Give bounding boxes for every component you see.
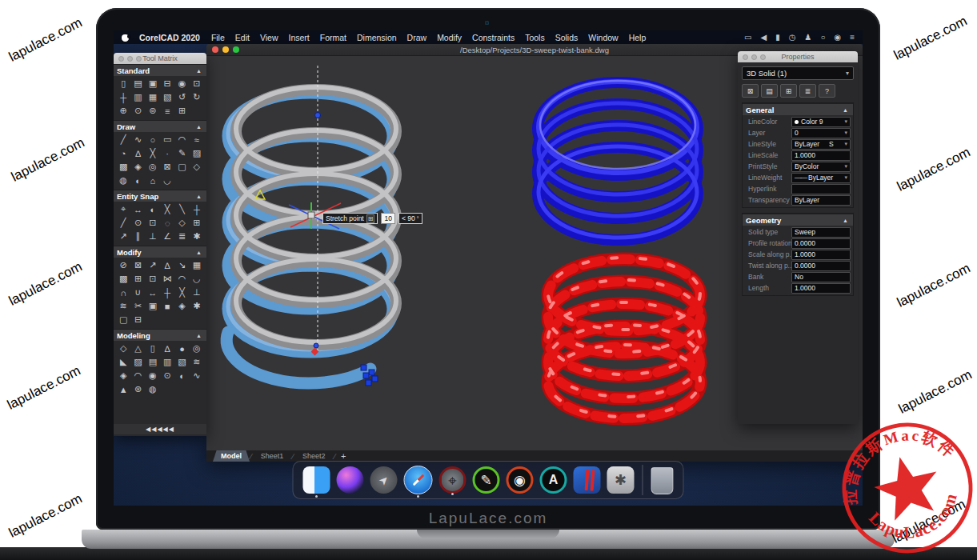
- collapse-icon[interactable]: ▲: [196, 250, 202, 255]
- split-icon[interactable]: ┼: [160, 286, 174, 299]
- snap-perpendicular-icon[interactable]: ⊥: [146, 230, 160, 243]
- line-icon[interactable]: ╱: [116, 133, 130, 146]
- dock-corelcad-icon[interactable]: ⌖: [439, 466, 466, 494]
- open-drawing-icon[interactable]: ▤: [130, 77, 145, 90]
- app-menu-title[interactable]: CorelCAD 2020: [139, 33, 200, 42]
- collapse-icon[interactable]: ▲: [196, 194, 202, 199]
- battery-icon[interactable]: ▮: [775, 33, 780, 42]
- pyramid-icon[interactable]: ∆: [160, 342, 174, 355]
- snap-nearest-icon[interactable]: ╲: [174, 202, 189, 216]
- union-icon[interactable]: ◈: [116, 369, 130, 382]
- quick-select-icon[interactable]: ≣: [799, 84, 816, 98]
- prop-value-twist-along-p-[interactable]: 0.0000: [791, 261, 851, 271]
- mirror-icon[interactable]: ⋈: [160, 272, 174, 286]
- gradient-fill-icon[interactable]: ◈: [130, 160, 145, 174]
- region-icon[interactable]: ⊠: [160, 160, 174, 174]
- prop-value-transparency[interactable]: ByLayer: [791, 195, 851, 206]
- section-header-entity-snap[interactable]: Entity Snap▲: [114, 190, 206, 202]
- prop-value-layer[interactable]: 0▾: [791, 128, 851, 138]
- tool-matrix-titlebar[interactable]: Tool Matrix: [114, 53, 206, 64]
- zoom-window-icon[interactable]: ⊞: [174, 104, 189, 118]
- dock-launchpad-icon[interactable]: ➤: [370, 466, 398, 494]
- menu-file[interactable]: File: [211, 33, 225, 42]
- section-header-modify[interactable]: Modify▲: [114, 246, 206, 258]
- wedge-icon[interactable]: ◣: [116, 355, 130, 369]
- notification-center-icon[interactable]: ≡: [850, 33, 855, 42]
- snap-ordinate-icon[interactable]: ≣: [174, 230, 189, 243]
- tool-list-icon[interactable]: ≡: [160, 104, 174, 118]
- redo-icon[interactable]: ↻: [190, 90, 204, 104]
- siri-icon[interactable]: ◉: [834, 33, 841, 42]
- dynamic-input-angle-field[interactable]: < 90 °: [398, 213, 422, 224]
- edit-gradient-icon[interactable]: ◈: [174, 299, 189, 313]
- dock-parallels-icon[interactable]: [574, 466, 601, 494]
- align-icon[interactable]: ⊥: [190, 286, 204, 299]
- semicircle-icon[interactable]: ◐: [130, 174, 145, 187]
- prop-section-header-geometry[interactable]: Geometry▲: [743, 214, 853, 226]
- circle-icon[interactable]: ○: [146, 133, 160, 146]
- menu-format[interactable]: Format: [320, 33, 346, 42]
- dock-finder-icon[interactable]: [303, 466, 330, 494]
- dock-font-manager-icon[interactable]: A: [540, 466, 567, 494]
- prop-value-printstyle[interactable]: ByColor▾: [791, 162, 851, 172]
- arc-icon[interactable]: ◠: [174, 133, 189, 146]
- snap-geometric-center-icon[interactable]: ◇: [174, 216, 189, 230]
- properties-titlebar[interactable]: Properties: [738, 51, 858, 62]
- snap-parallel-icon[interactable]: ∥: [130, 230, 145, 243]
- prop-value-linescale[interactable]: 1.0000: [791, 150, 851, 161]
- revolve-icon[interactable]: ▤: [146, 355, 160, 369]
- menu-tools[interactable]: Tools: [525, 33, 545, 42]
- select-add-icon[interactable]: ▤: [761, 84, 778, 98]
- section-header-modeling[interactable]: Modeling▲: [114, 329, 206, 341]
- mirror-3d-icon[interactable]: ▲: [116, 382, 130, 396]
- apple-menu-icon[interactable]: [122, 33, 130, 42]
- help-icon[interactable]: ?: [819, 84, 835, 98]
- infinite-line-icon[interactable]: ╳: [146, 146, 160, 160]
- paste-special-icon[interactable]: ▧: [160, 90, 174, 104]
- collapse-icon[interactable]: ▲: [196, 68, 202, 74]
- collapse-icon[interactable]: ▲: [843, 107, 848, 113]
- edit-solid-icon[interactable]: ■: [160, 299, 174, 313]
- chamfer-icon[interactable]: ◡: [190, 272, 204, 286]
- volume-icon[interactable]: ◀: [760, 33, 767, 42]
- select-matching-icon[interactable]: ⊠: [742, 84, 759, 98]
- extend-icon[interactable]: ∪: [130, 286, 145, 299]
- collapse-icon[interactable]: ▲: [196, 124, 202, 130]
- snap-intersection-icon[interactable]: ╳: [160, 202, 174, 216]
- property-painter-icon[interactable]: ⊘: [116, 258, 130, 272]
- prop-value-scale-along-p-[interactable]: 1.0000: [791, 250, 851, 260]
- collapse-icon[interactable]: ▲: [843, 218, 848, 223]
- dock-utility-icon[interactable]: ✱: [607, 466, 635, 494]
- polygon-icon[interactable]: ∆: [130, 146, 145, 160]
- cylinder-icon[interactable]: ▯: [146, 342, 160, 355]
- torus-icon[interactable]: ◎: [190, 342, 204, 355]
- edit-polyline-icon[interactable]: ▣: [146, 299, 160, 313]
- search-icon[interactable]: ○: [820, 33, 825, 42]
- prop-value-solid-type[interactable]: Sweep: [791, 227, 851, 238]
- snap-endpoint-icon[interactable]: ┼: [190, 202, 204, 216]
- menu-view[interactable]: View: [260, 33, 278, 42]
- revision-cloud-icon[interactable]: ◍: [116, 174, 130, 187]
- prop-section-header-general[interactable]: General▲: [743, 103, 853, 115]
- snap-quadrant-icon[interactable]: ◌: [160, 216, 174, 230]
- new-drawing-icon[interactable]: ▯: [116, 77, 130, 90]
- section-header-draw[interactable]: Draw▲: [114, 120, 206, 132]
- cone-icon[interactable]: △: [130, 342, 145, 355]
- menu-constraints[interactable]: Constraints: [472, 33, 515, 42]
- collapse-icon[interactable]: ▲: [196, 333, 202, 338]
- viewport-rectangle-icon[interactable]: ▢: [174, 160, 189, 174]
- dock-siri-icon[interactable]: [337, 466, 364, 494]
- scale-icon[interactable]: ▦: [190, 258, 204, 272]
- prop-value-linecolor[interactable]: Color 9▾: [791, 117, 851, 127]
- entity-selector-dropdown[interactable]: 3D Solid (1) ▾: [742, 66, 854, 80]
- menu-edit[interactable]: Edit: [235, 33, 250, 42]
- menu-draw[interactable]: Draw: [407, 33, 427, 42]
- freehand-sketch-icon[interactable]: ✎: [174, 146, 189, 160]
- snap-settings-icon[interactable]: ✱: [190, 230, 204, 243]
- tab-sheet1[interactable]: Sheet1: [253, 450, 292, 462]
- pan-icon[interactable]: ⊕: [116, 104, 130, 118]
- tab-sheet2[interactable]: Sheet2: [294, 450, 334, 462]
- pattern-array-icon[interactable]: ▩: [116, 272, 130, 286]
- menu-insert[interactable]: Insert: [288, 33, 309, 42]
- zoom-dynamic-icon[interactable]: ⊙: [130, 104, 145, 118]
